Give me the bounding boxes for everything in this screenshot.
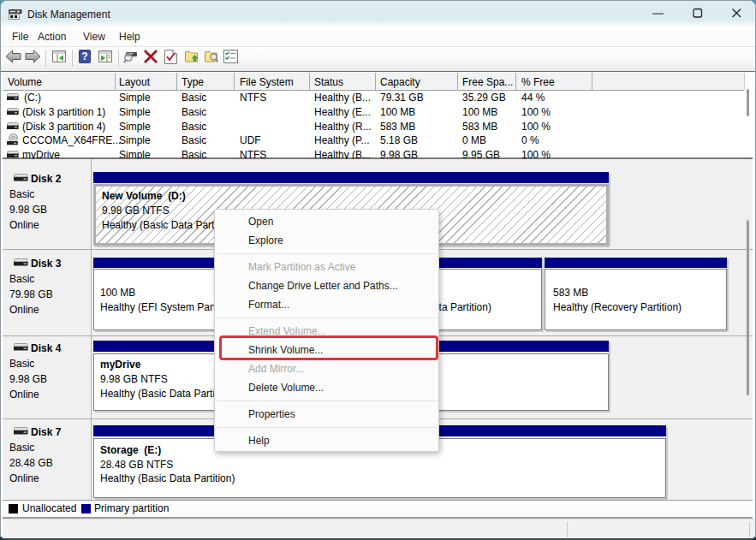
svg-text:?: ? xyxy=(81,50,87,62)
